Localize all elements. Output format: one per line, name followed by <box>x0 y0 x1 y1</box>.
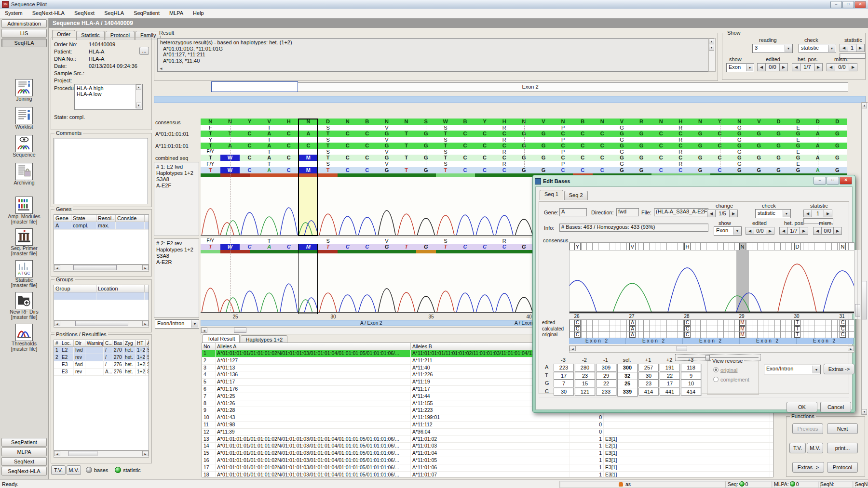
column-header[interactable]: Zyg <box>123 340 136 346</box>
sidebar-tool-worklist[interactable]: Worklist <box>0 107 48 130</box>
mv-button[interactable]: M.V. <box>67 465 81 475</box>
column-header[interactable]: State <box>71 215 96 222</box>
table-row[interactable]: 16A*01:01:01:01/01:01:01:02N/01:01:01:03… <box>202 457 773 464</box>
statistic-radio[interactable]: statistic <box>115 467 141 473</box>
sidebar-tool-amp-modules[interactable]: Amp. Modules[master file] <box>0 197 48 224</box>
mism-spinner[interactable]: ◀0/0▶ <box>827 63 857 71</box>
trace1-seq-row[interactable]: TWCACMTCCGTGTCCCGGCCCGGCCGCGGGGAG <box>201 167 847 173</box>
menu-item-system[interactable]: System <box>0 9 27 18</box>
menu-item-mlpa[interactable]: MLPA <box>164 9 188 18</box>
column-header[interactable]: C... <box>104 340 112 346</box>
minimize-icon[interactable]: – <box>830 1 842 8</box>
table-row[interactable]: E3fwd/276het.1+2S3A8 <box>54 361 149 369</box>
column-header[interactable]: Conside <box>116 215 145 222</box>
bases-radio[interactable]: bases <box>86 467 108 473</box>
sidebar-tool-archiving[interactable]: Archiving <box>0 163 48 185</box>
procedures-list[interactable]: HLA-A highHLA-A low ▲ ▼ <box>74 84 143 110</box>
functions-tv-button[interactable]: T.V. <box>789 443 806 453</box>
dialog-close-icon[interactable]: ✕ <box>840 177 852 185</box>
edited-spinner[interactable]: ◀0/0▶ <box>757 63 788 71</box>
tab-seq-2[interactable]: Seq 2 <box>564 191 588 200</box>
column-header[interactable]: Location <box>96 285 145 292</box>
sidebar-section-lis[interactable]: LIS <box>1 29 47 38</box>
trace2-info-box[interactable]: # 2: E2 revHaplotypes 1+2S3A8A-E2R <box>154 238 199 318</box>
menu-item-help[interactable]: Help <box>188 9 209 18</box>
file-field[interactable]: (HLA-A_S3A8_A-E2F)_( <box>654 208 708 216</box>
change-spinner[interactable]: ◀1/5▶ <box>707 210 738 217</box>
dialog-check-select[interactable]: statistic▼ <box>755 209 791 218</box>
column-header[interactable]: Group <box>54 285 96 292</box>
table-row[interactable]: 12A*11:39A*36:040 <box>202 429 773 436</box>
cursor-box[interactable] <box>298 244 318 314</box>
result-scroll-left-icon[interactable]: ◄ <box>159 66 163 71</box>
original-base-row[interactable]: CACMTC <box>569 331 854 338</box>
result-text[interactable]: heterozygous result(s) - based on haplot… <box>157 38 709 72</box>
sequence-overview-bar[interactable] <box>154 96 866 103</box>
result-vscrollbar[interactable]: ▲▼ <box>708 38 716 72</box>
groups-hscrollbar[interactable]: ◄► <box>54 320 149 328</box>
zoom-slider-thumb[interactable] <box>705 355 710 360</box>
column-header[interactable]: No <box>202 343 216 350</box>
trace1-info-box[interactable]: # 1: E2 fwdHaplotypes 1+2S3A8A-E2F <box>154 162 199 236</box>
sidebar-section-administration[interactable]: Administration <box>1 19 47 28</box>
procedures-scroll-down-icon[interactable]: ▼ <box>136 103 141 108</box>
table-row[interactable]: E3revA...276het.1+2S3A8 <box>54 369 149 376</box>
table-row[interactable]: 17A*01:01:01:01/01:01:01:02N/01:01:01:03… <box>202 464 773 472</box>
sidebar-tool-sequence[interactable]: Sequence <box>0 135 48 158</box>
dialog-extras-button[interactable]: Extras -> <box>824 364 854 374</box>
column-header[interactable]: Resol... <box>96 215 116 222</box>
protocol-button[interactable]: Protocol <box>827 462 858 473</box>
comments-input[interactable] <box>54 138 148 204</box>
reading-select[interactable]: 3▼ <box>752 44 793 53</box>
ok-button[interactable]: OK <box>787 402 817 412</box>
procedures-scroll-up-icon[interactable]: ▲ <box>136 84 141 90</box>
sidebar-tool-new-rf-dirs[interactable]: New RF Dirs[master file] <box>0 292 48 320</box>
menu-item-seqpatient[interactable]: SeqPatient <box>129 9 164 18</box>
sidebar-tool-seq-primer[interactable]: Seq. Primer[master file] <box>0 228 48 256</box>
functions-mv-button[interactable]: M.V. <box>807 443 823 453</box>
statistic-spinner[interactable]: ◀1▶ <box>840 44 865 52</box>
dialog-statistic-spinner[interactable]: ◀1▶ <box>803 210 832 217</box>
column-header[interactable]: Warning <box>85 340 104 346</box>
tv-button[interactable]: T.V. <box>51 465 66 475</box>
dialog-mism-spinner[interactable]: ◀0/0▶ <box>813 227 842 235</box>
dialog-maximize-icon[interactable]: □ <box>827 177 839 185</box>
sidebar-section-seqnext[interactable]: SeqNext <box>1 457 47 466</box>
sidebar-tool-statistic[interactable]: ATGCStatistic[master file] <box>0 260 48 288</box>
patient-browse-button[interactable]: ... <box>139 47 149 55</box>
sidebar-section-seqhla[interactable]: SeqHLA <box>1 39 47 47</box>
functions-extras-button[interactable]: Extras -> <box>792 462 824 473</box>
table-row[interactable]: 18A*01:01:01:01/01:01:01:02N/01:01:01:03… <box>202 472 773 477</box>
view-region-indicator[interactable] <box>211 81 298 92</box>
column-header[interactable]: Amp. <box>146 340 149 346</box>
table-row[interactable]: 1E2fwd/270het.1+2S3A8 <box>54 347 149 354</box>
genes-hscrollbar[interactable]: ◄► <box>54 264 149 272</box>
het-pos-spinner[interactable]: ◀1/7▶ <box>792 63 823 71</box>
close-icon[interactable]: ✕ <box>854 1 866 8</box>
table-row[interactable]: 13A*01:01:01:01/01:01:01:02N/01:01:01:03… <box>202 436 773 443</box>
dialog-vslider[interactable] <box>854 250 861 319</box>
exon-intron-select[interactable]: Exon/Intron▼ <box>155 319 199 329</box>
cancel-button[interactable]: Cancel <box>820 402 851 412</box>
procedure-item[interactable]: HLA-A low <box>77 91 140 97</box>
sidebar-tool-joining[interactable]: Joining <box>0 79 48 102</box>
column-header[interactable]: Dir <box>74 340 85 346</box>
dialog-minimize-icon[interactable]: – <box>814 177 826 185</box>
cursor-box[interactable] <box>298 119 318 236</box>
exon-overview-bar[interactable]: Exon 2 <box>212 82 848 92</box>
column-header[interactable]: Loc. <box>60 340 74 346</box>
dialog-het-spinner[interactable]: ◀1/7▶ <box>779 227 808 235</box>
direction-field[interactable]: fwd <box>616 208 639 216</box>
dialog-exon-intron-select[interactable]: Exon/Intron▼ <box>764 365 821 374</box>
gene-field[interactable]: A <box>559 208 587 216</box>
column-header[interactable]: Gene <box>54 215 71 222</box>
complement-radio[interactable]: complement <box>713 377 749 382</box>
table-row[interactable]: 15A*01:01:01:01/01:01:01:02N/01:01:01:03… <box>202 450 773 457</box>
column-header[interactable]: # <box>54 340 60 346</box>
dialog-edited-spinner[interactable]: ◀0/0▶ <box>746 227 774 235</box>
print-button[interactable]: print... <box>827 443 858 453</box>
tab-seq-1[interactable]: Seq 1 <box>540 190 563 200</box>
menu-item-seqhla[interactable]: SeqHLA <box>99 9 129 18</box>
table-row[interactable]: 11A*01:98A*11:1120 <box>202 422 773 429</box>
column-header[interactable]: HT <box>136 340 146 346</box>
